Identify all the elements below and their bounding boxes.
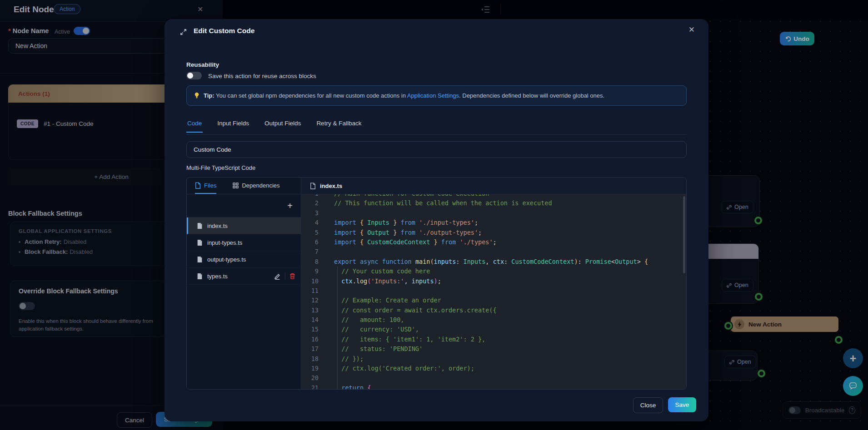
file-row[interactable]: output-types.ts <box>187 251 301 268</box>
pencil-icon <box>274 273 281 280</box>
grid-icon <box>233 183 239 188</box>
reusability-toggle[interactable] <box>186 72 202 79</box>
code-line: 21 return { <box>301 383 686 389</box>
tab-code[interactable]: Code <box>186 117 203 132</box>
editor-scrollbar[interactable] <box>683 196 685 273</box>
code-line: 13 // const order = await ctx.orders.cre… <box>301 306 686 315</box>
editor-tab: index.ts <box>301 178 686 194</box>
code-line: 20 <box>301 373 686 383</box>
modal-save-button[interactable]: Save <box>668 397 696 412</box>
file-icon <box>197 239 203 246</box>
code-line: 17 // status: 'PENDING' <box>301 344 686 354</box>
code-line: 3 <box>301 208 686 218</box>
code-line: 12 // Example: Create an order <box>301 296 686 305</box>
code-line: 15 // currency: 'USD', <box>301 325 686 334</box>
action-name-input[interactable] <box>186 141 687 158</box>
tab-retry-fallback[interactable]: Retry & Fallback <box>315 117 362 132</box>
code-line: 11 <box>301 286 686 296</box>
tip-banner: Tip: You can set global npm dependencies… <box>186 85 687 106</box>
delete-file-button[interactable] <box>289 273 295 279</box>
modal-close-button[interactable]: Close <box>633 397 663 413</box>
code-line: 10 ctx.log('Inputs:', inputs); <box>301 277 686 286</box>
file-row[interactable]: input-types.ts <box>187 234 301 251</box>
application-settings-link[interactable]: Application Settings <box>407 92 459 99</box>
rename-file-button[interactable] <box>274 273 281 280</box>
code-line: 7 <box>301 247 686 257</box>
file-icon <box>197 222 203 229</box>
files-header: Files Dependencies <box>187 178 301 194</box>
close-icon[interactable]: ✕ <box>688 25 695 35</box>
screen: Version: 2026-01-07 00:45 (Active) ⌄ Dep… <box>0 0 868 430</box>
code-lines: 1// Main function for custom code execut… <box>301 194 686 389</box>
code-line: 8export async function main(inputs: Inpu… <box>301 257 686 267</box>
file-icon <box>310 183 316 189</box>
file-icon <box>197 256 203 263</box>
file-row[interactable]: types.ts <box>187 268 301 285</box>
code-line: 5import { Output } from './output-types'… <box>301 228 686 237</box>
code-line: 16 // items: { 'item1': 1, 'item2': 2 }, <box>301 335 686 344</box>
modal-tabs: CodeInput FieldsOutput FieldsRetry & Fal… <box>186 117 687 135</box>
file-icon <box>195 182 201 189</box>
code-editor: Files Dependencies index.ts + <box>186 177 687 390</box>
code-line: 6import { CustomCodeContext } from './ty… <box>301 237 686 247</box>
code-section-label: Multi-File TypeScript Code <box>186 164 255 171</box>
files-toolbar: + <box>187 194 301 217</box>
edit-custom-code-modal: Edit Custom Code ✕ Reusability Save this… <box>165 19 708 421</box>
code-line: 18 // }); <box>301 354 686 364</box>
file-list: index.tsinput-types.tsoutput-types.tstyp… <box>187 217 301 285</box>
code-line: 14 // amount: 100, <box>301 315 686 325</box>
tab-dependencies[interactable]: Dependencies <box>233 182 279 194</box>
reusability-toggle-label: Save this action for reuse across blocks <box>208 73 316 79</box>
reusability-label: Reusability <box>186 61 219 68</box>
code-area[interactable]: 1// Main function for custom code execut… <box>301 194 686 389</box>
lightbulb-icon <box>194 92 200 99</box>
tab-files[interactable]: Files <box>195 182 216 194</box>
code-line: 4import { Inputs } from './input-types'; <box>301 218 686 227</box>
expand-icon[interactable] <box>180 28 187 36</box>
code-line: 19 // ctx.log('Created order:', order); <box>301 364 686 373</box>
tab-output-fields[interactable]: Output Fields <box>264 117 302 132</box>
modal-title: Edit Custom Code <box>194 27 254 35</box>
trash-icon <box>289 273 295 279</box>
tip-text: Tip: You can set global npm dependencies… <box>204 92 604 99</box>
code-line: 2// This function will be called when th… <box>301 198 686 208</box>
code-line: 1// Main function for custom code execut… <box>301 194 686 198</box>
tab-input-fields[interactable]: Input Fields <box>216 117 250 132</box>
files-panel: + index.tsinput-types.tsoutput-types.tst… <box>187 194 301 389</box>
add-file-button[interactable]: + <box>287 201 293 211</box>
file-icon <box>197 273 203 280</box>
code-line: 9 // Your custom code here <box>301 267 686 276</box>
file-row[interactable]: index.ts <box>187 217 301 234</box>
